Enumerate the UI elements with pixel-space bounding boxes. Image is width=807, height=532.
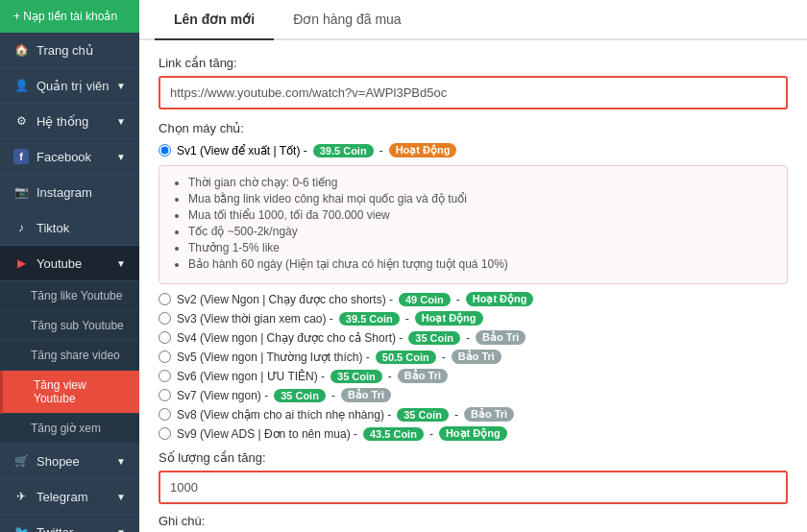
server-sv3-label: Sv3 (View thời gian xem cao) - [177,312,333,326]
sidebar-label-trang-chu: Trang chủ [37,43,93,58]
server-option-sv4[interactable]: Sv4 (View ngon | Chạy được cho cả Short)… [159,330,788,345]
info-item-1: Thời gian chờ chạy: 0-6 tiếng [188,176,773,189]
sidebar-sub-label: Tăng view Youtube [34,378,86,405]
info-item-4: Tốc độ ~500-2k/ngày [188,225,773,238]
link-label: Link cần tăng: [159,56,788,70]
youtube-submenu: Tăng like Youtube Tăng sub Youtube Tăng … [0,281,139,444]
server-sv7-coin: 35 Coin [274,389,326,402]
sidebar-label-tiktok: Tiktok [37,221,69,235]
server-sv9-label: Sv9 (View ADS | Đơn to nên mua) - [177,427,357,441]
info-item-2: Mua bằng link video công khai mọi quốc g… [188,192,773,206]
qty-input[interactable] [159,471,788,504]
sidebar-item-telegram[interactable]: ✈ Telegram ▼ [0,479,139,515]
sidebar-item-tang-like-youtube[interactable]: Tăng like Youtube [0,281,139,311]
server-sv3-status: Hoạt Động [415,311,483,326]
sidebar-sub-label: Tăng share video [31,349,120,362]
server-sv9-coin: 43.5 Coin [363,427,424,441]
server-radio-sv2[interactable] [159,293,171,305]
server-sv4-status: Bảo Trì [476,330,526,345]
server-sv6-status: Bảo Trì [398,369,448,383]
system-icon: ⚙ [13,113,29,129]
sidebar-label-he-thong: Hệ thống [37,114,88,129]
sidebar-item-trang-chu[interactable]: 🏠 Trang chủ [0,33,139,68]
server-option-sv5[interactable]: Sv5 (View ngon | Thường lượt thích) - 50… [159,350,788,364]
chevron-icon: ▼ [116,527,126,533]
server-sv1-status: Hoạt Động [389,143,457,157]
server-sv7-status: Bảo Trì [341,388,391,402]
server-sv6-label: Sv6 (View ngon | ƯU TIÊN) - [177,370,325,383]
server-option-sv6[interactable]: Sv6 (View ngon | ƯU TIÊN) - 35 Coin - Bả… [159,369,788,383]
server-sv5-status: Bảo Trì [452,350,501,364]
server-option-sv2[interactable]: Sv2 (View Ngon | Chạy được cho shorts) -… [159,292,788,306]
sidebar-item-tang-gio-xem[interactable]: Tăng giờ xem [0,414,139,444]
server-label: Chọn máy chủ: [159,121,788,135]
sidebar-sub-label: Tăng giờ xem [31,422,101,435]
sidebar-item-instagram[interactable]: 📷 Instagram [0,175,139,210]
sidebar-item-shopee[interactable]: 🛒 Shopee ▼ [0,444,139,479]
server-option-sv8[interactable]: Sv8 (View chậm cho ai thích nhẹ nhàng) -… [159,407,788,422]
server-sv1-label: Sv1 (View để xuất | Tốt) - [177,144,307,157]
sidebar-label-facebook: Facebook [37,150,91,164]
server-sv8-coin: 35 Coin [397,408,449,422]
server-radio-sv5[interactable] [159,351,171,363]
server-sv6-coin: 35 Coin [330,370,382,383]
twitter-icon: 🐦 [13,524,29,532]
server-info-list: Thời gian chờ chạy: 0-6 tiếng Mua bằng l… [173,176,773,271]
instagram-icon: 📷 [13,184,29,200]
sidebar-sub-label: Tăng like Youtube [31,289,122,302]
sidebar-item-quan-tri-vien[interactable]: 👤 Quản trị viên ▼ [0,68,139,104]
sidebar-label-quan-tri-vien: Quản trị viên [37,79,110,93]
server-sv8-label: Sv8 (View chậm cho ai thích nhẹ nhàng) - [177,408,391,422]
sidebar-item-facebook[interactable]: f Facebook ▼ [0,139,139,175]
server-radio-sv6[interactable] [159,370,171,382]
facebook-icon: f [13,149,29,164]
note-label: Ghi chú: [159,514,788,528]
telegram-icon: ✈ [13,489,29,504]
tab-don-hang-da-mua[interactable]: Đơn hàng đã mua [274,0,421,40]
server-option-sv1[interactable]: Sv1 (View để xuất | Tốt) - 39.5 Coin - H… [159,143,788,157]
sidebar-item-youtube[interactable]: ▶ Youtube ▼ [0,246,139,281]
server-sv2-coin: 49 Coin [399,293,451,306]
qty-label: Số lượng cần tăng: [159,450,788,465]
chevron-down-icon: ▼ [116,258,126,269]
sidebar-item-tang-sub-youtube[interactable]: Tăng sub Youtube [0,311,139,341]
tiktok-icon: ♪ [13,220,29,235]
sidebar-label-youtube: Youtube [37,256,82,271]
dash: - [379,144,383,157]
server-radio-sv7[interactable] [159,389,171,401]
sidebar-sub-label: Tăng sub Youtube [31,319,124,332]
deposit-button[interactable]: + Nạp tiền tài khoản [0,0,139,33]
server-radio-sv4[interactable] [159,331,171,344]
sidebar-item-tiktok[interactable]: ♪ Tiktok [0,210,139,246]
server-radio-sv1[interactable] [159,144,171,157]
chevron-icon: ▼ [116,492,126,502]
sidebar-label-instagram: Instagram [37,185,92,200]
chevron-icon: ▼ [116,456,126,467]
sidebar-label-telegram: Telegram [37,490,87,504]
link-input[interactable] [159,76,788,109]
server-options-list: Sv2 (View Ngon | Chạy được cho shorts) -… [159,292,788,441]
admin-icon: 👤 [13,78,29,93]
info-item-6: Bảo hành 60 ngày (Hiện tại chưa có hiện … [188,257,773,271]
server-sv7-label: Sv7 (View ngon) - [177,389,268,402]
server-option-sv7[interactable]: Sv7 (View ngon) - 35 Coin - Bảo Trì [159,388,788,402]
info-item-3: Mua tối thiểu 1000, tối đa 700.000 view [188,208,773,222]
sidebar-item-twitter[interactable]: 🐦 Twitter ▼ [0,515,139,532]
tab-len-don-moi[interactable]: Lên đơn mới [155,0,274,40]
server-radio-sv8[interactable] [159,408,171,421]
sidebar-item-tang-view-youtube[interactable]: Tăng view Youtube [0,371,139,414]
server-sv8-status: Bảo Trì [464,407,514,422]
sidebar-item-he-thong[interactable]: ⚙ Hệ thống ▼ [0,104,139,139]
server-option-sv9[interactable]: Sv9 (View ADS | Đơn to nên mua) - 43.5 C… [159,426,788,441]
chevron-icon: ▼ [116,116,126,127]
server-sv5-label: Sv5 (View ngon | Thường lượt thích) - [177,351,370,364]
server-radio-sv9[interactable] [159,427,171,440]
sidebar: + Nạp tiền tài khoản 🏠 Trang chủ 👤 Quản … [0,0,139,532]
server-option-sv3[interactable]: Sv3 (View thời gian xem cao) - 39.5 Coin… [159,311,788,326]
home-icon: 🏠 [13,42,29,58]
sidebar-item-tang-share-video[interactable]: Tăng share video [0,341,139,371]
shopee-icon: 🛒 [13,453,29,469]
server-radio-sv3[interactable] [159,312,171,325]
order-form: Link cần tăng: Chọn máy chủ: Sv1 (View đ… [139,40,807,532]
sidebar-label-twitter: Twitter [37,525,73,533]
